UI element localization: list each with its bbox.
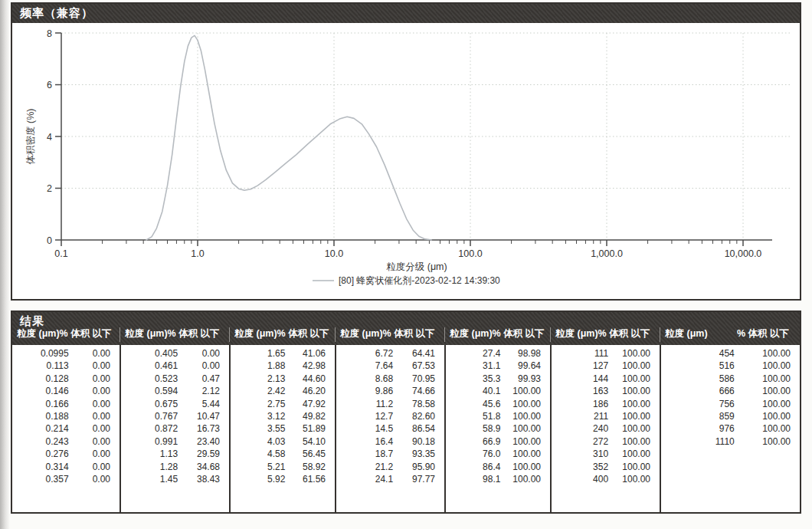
table-row: 5.9261.56 [231,473,335,485]
percent-volume-under-cell: 99.93 [502,373,550,385]
table-row: 66.9100.00 [446,435,550,448]
table-row: 0.99123.40 [121,435,229,448]
legend-label: [80] 蜂窝状催化剂-2023-02-12 14:39:30 [339,275,500,286]
percent-volume-under-cell: 100.00 [610,373,660,385]
table-row: 24.197.77 [336,473,444,485]
size-value-cell: 0.146 [12,385,70,397]
size-value-cell: 1.45 [121,473,179,485]
table-row: 516100.00 [661,360,800,372]
percent-volume-under-column-header: % 体积 以下 [598,327,650,340]
percent-volume-under-cell: 100.00 [502,448,550,460]
table-row: 211100.00 [552,410,660,422]
size-value-cell: 976 [661,422,736,435]
size-value-cell: 58.9 [446,422,502,435]
scanned-report-page: 频率（兼容） 024680.11.010.0100.01,000.010,000… [0,0,812,529]
table-row: 0.1130.00 [12,360,120,372]
table-row: 18.793.35 [336,448,444,460]
size-value-cell: 24.1 [336,473,395,485]
y-axis-title: 体积密度 (%) [25,109,36,165]
table-row: 40.1100.00 [446,385,550,397]
percent-volume-under-cell: 38.43 [179,473,229,485]
size-value-cell: 111 [552,347,610,360]
size-value-cell: 186 [552,398,610,410]
percent-volume-under-cell: 100.00 [736,422,800,435]
size-value-cell: 27.4 [446,347,502,360]
size-value-cell: 45.6 [446,398,502,410]
percent-volume-under-cell: 10.47 [179,410,229,422]
percent-volume-under-cell: 86.54 [395,422,444,435]
size-value-cell: 1.13 [121,448,179,460]
table-row: 352100.00 [552,461,660,473]
percent-volume-under-column-header: % 体积 以下 [493,327,545,340]
size-value-cell: 21.2 [336,461,395,473]
size-value-cell: 666 [661,385,736,397]
percent-volume-under-cell: 0.00 [70,360,120,372]
size-value-cell: 516 [661,360,736,372]
percent-volume-under-column-header: % 体积 以下 [168,327,220,340]
size-value-cell: 0.594 [121,385,179,397]
percent-volume-under-cell: 100.00 [610,385,660,397]
percent-volume-under-cell: 34.68 [179,461,229,473]
size-value-cell: 127 [552,360,610,372]
table-row: 31.199.64 [446,360,550,372]
table-row: 45.6100.00 [446,398,550,410]
percent-volume-under-cell: 82.60 [395,410,444,422]
table-row: 51.8100.00 [446,410,550,422]
percent-volume-under-cell: 100.00 [610,347,660,360]
results-column-header-group: 粒度 (μm)% 体积 以下 [444,327,550,342]
size-column-header: 粒度 (μm) [450,327,493,340]
size-value-cell: 2.13 [231,373,286,385]
percent-volume-under-cell: 5.44 [179,398,229,410]
size-value-cell: 0.113 [12,360,70,372]
size-column-header: 粒度 (μm) [125,327,168,340]
percent-volume-under-cell: 100.00 [610,435,660,448]
size-value-cell: 352 [552,461,610,473]
percent-volume-under-cell: 0.00 [70,422,120,435]
percent-volume-under-cell: 23.40 [179,435,229,448]
table-row: 1.2834.68 [121,461,229,473]
percent-volume-under-cell: 100.00 [736,410,800,422]
size-value-cell: 5.21 [231,461,286,473]
chart-area: 024680.11.010.0100.01,000.010,000.0体积密度 … [12,23,800,299]
size-value-cell: 0.243 [12,435,70,448]
table-row: 3.5551.89 [231,422,335,435]
table-row: 0.4610.00 [121,360,229,372]
results-header-bar: 结果 粒度 (μm)% 体积 以下粒度 (μm)% 体积 以下粒度 (μm)% … [12,312,800,345]
percent-volume-under-cell: 100.00 [610,422,660,435]
size-value-cell: 3.55 [231,422,286,435]
x-tick-label: 0.1 [54,248,67,259]
table-row: 186100.00 [552,398,660,410]
size-value-cell: 0.991 [121,435,179,448]
percent-volume-under-column-header: % 体积 以下 [383,327,435,340]
percent-volume-under-cell: 47.92 [286,398,335,410]
x-axis-title: 粒度分级 (μm) [386,261,447,272]
results-column-header-group: 粒度 (μm)% 体积 以下 [660,327,800,342]
percent-volume-under-cell: 100.00 [610,398,660,410]
table-row: 0.87216.73 [121,422,229,435]
percent-volume-under-cell: 95.90 [395,461,444,473]
percent-volume-under-cell: 0.00 [70,435,120,448]
y-tick-label: 0 [47,235,52,246]
x-tick-label: 1,000.0 [591,248,623,259]
table-row: 0.1280.00 [12,373,120,385]
results-panel: 结果 粒度 (μm)% 体积 以下粒度 (μm)% 体积 以下粒度 (μm)% … [11,310,801,514]
table-row: 859100.00 [661,410,800,422]
table-row: 454100.00 [661,347,800,360]
table-row: 86.4100.00 [446,461,550,473]
results-column-group: 454100.00516100.00586100.00666100.007561… [660,345,800,514]
percent-volume-under-cell: 54.10 [286,435,335,448]
table-row: 1.4538.43 [121,473,229,485]
results-column-header-group: 粒度 (μm)% 体积 以下 [550,327,660,342]
size-value-cell: 11.2 [336,398,395,410]
size-value-cell: 3.12 [231,410,286,422]
x-tick-label: 10,000.0 [725,248,762,259]
size-value-cell: 1.88 [231,360,286,372]
size-value-cell: 76.0 [446,448,502,460]
size-value-cell: 2.75 [231,398,286,410]
size-value-cell: 8.68 [336,373,395,385]
table-row: 144100.00 [552,373,660,385]
percent-volume-under-cell: 0.00 [70,398,120,410]
percent-volume-under-cell: 2.12 [179,385,229,397]
size-value-cell: 66.9 [446,435,502,448]
size-value-cell: 272 [552,435,610,448]
